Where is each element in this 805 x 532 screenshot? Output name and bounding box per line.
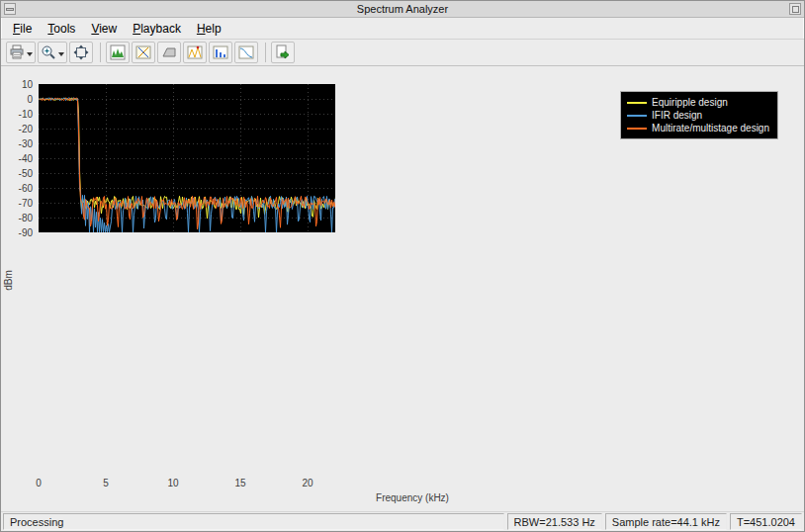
legend-swatch (627, 102, 647, 104)
window-maximize-button[interactable] (789, 3, 801, 15)
y-tick-label: -20 (19, 124, 33, 134)
spectrum-plot-canvas[interactable] (39, 84, 335, 232)
toolbar (1, 39, 804, 66)
status-bar: Processing RBW=21.533 Hz Sample rate=44.… (1, 511, 804, 531)
dropdown-caret-icon (27, 52, 33, 59)
legend-swatch (627, 128, 647, 130)
y-tick-label: -70 (19, 198, 33, 209)
legend-item: Equiripple design (627, 96, 769, 109)
legend-swatch (627, 115, 647, 117)
y-tick-label: -50 (19, 168, 33, 179)
y-tick-label: 0 (27, 94, 33, 105)
status-rbw: RBW=21.533 Hz (507, 513, 602, 530)
scale-axes-button[interactable] (69, 42, 93, 63)
toolbar-separator (265, 43, 266, 62)
spectrum-settings-button[interactable] (106, 42, 130, 63)
peak-finder-button[interactable] (183, 42, 207, 63)
spectral-mask-button[interactable] (157, 42, 181, 63)
y-tick-labels: 100-10-20-30-40-50-60-70-80-90 (1, 84, 36, 477)
window-title: Spectrum Analyzer (16, 3, 789, 15)
window-menu-button[interactable] (4, 3, 16, 15)
spectrum-settings-icon (110, 44, 126, 60)
status-sample-rate: Sample rate=44.1 kHz (605, 513, 727, 530)
x-tick-label: 20 (303, 478, 313, 488)
y-tick-label: -30 (19, 138, 33, 149)
menu-tools[interactable]: Tools (40, 20, 83, 38)
zoom-in-button[interactable] (38, 42, 67, 63)
menu-bar: File Tools View Playback Help (1, 18, 804, 39)
ccdf-measurements-icon (238, 44, 254, 60)
x-tick-label: 10 (167, 478, 178, 488)
y-tick-label: -10 (19, 109, 33, 120)
menu-view[interactable]: View (83, 20, 125, 38)
x-tick-labels: 05101520 (39, 478, 786, 489)
cursor-measurements-icon (135, 44, 151, 60)
y-tick-label: 10 (22, 79, 33, 90)
legend-label: IFIR design (652, 110, 702, 121)
zoom-in-icon (41, 44, 56, 60)
y-tick-label: -60 (19, 183, 33, 194)
spectral-mask-icon (161, 44, 177, 60)
y-tick-label: -80 (19, 213, 33, 223)
peak-finder-icon (187, 44, 203, 60)
x-tick-label: 0 (36, 478, 42, 488)
menu-file[interactable]: File (5, 20, 40, 38)
y-tick-label: -90 (19, 227, 33, 238)
menu-playback[interactable]: Playback (125, 20, 189, 38)
status-time: T=451.0204 (730, 513, 802, 530)
x-tick-label: 5 (103, 478, 109, 488)
legend-item: Multirate/multistage design (627, 122, 769, 134)
x-axis-label: Frequency (kHz) (39, 492, 786, 503)
spectrum-analyzer-window: Spectrum Analyzer File Tools View Playba… (0, 0, 805, 532)
window-menu-icon (6, 8, 14, 11)
toolbar-separator (100, 43, 101, 62)
status-processing: Processing (3, 513, 504, 530)
distortion-measurements-icon (213, 44, 228, 60)
step-forward-button[interactable] (271, 42, 295, 63)
legend-label: Equiripple design (652, 97, 728, 108)
legend-label: Multirate/multistage design (652, 123, 769, 133)
scope-area: dBm 100-10-20-30-40-50-60-70-80-90 05101… (1, 66, 804, 511)
maximize-icon (792, 6, 799, 13)
dropdown-caret-icon (58, 52, 64, 59)
legend[interactable]: Equiripple design IFIR design Multirate/… (620, 91, 778, 139)
print-button[interactable] (6, 42, 36, 63)
step-forward-icon (275, 44, 291, 60)
x-tick-label: 15 (235, 478, 246, 488)
cursor-measurements-button[interactable] (132, 42, 155, 63)
printer-icon (9, 44, 25, 60)
y-tick-label: -40 (19, 153, 33, 164)
ccdf-measurements-button[interactable] (234, 42, 258, 63)
menu-help[interactable]: Help (189, 20, 229, 38)
distortion-measurements-button[interactable] (209, 42, 232, 63)
scale-axes-icon (73, 44, 89, 60)
legend-item: IFIR design (627, 109, 769, 122)
title-bar[interactable]: Spectrum Analyzer (1, 1, 804, 18)
